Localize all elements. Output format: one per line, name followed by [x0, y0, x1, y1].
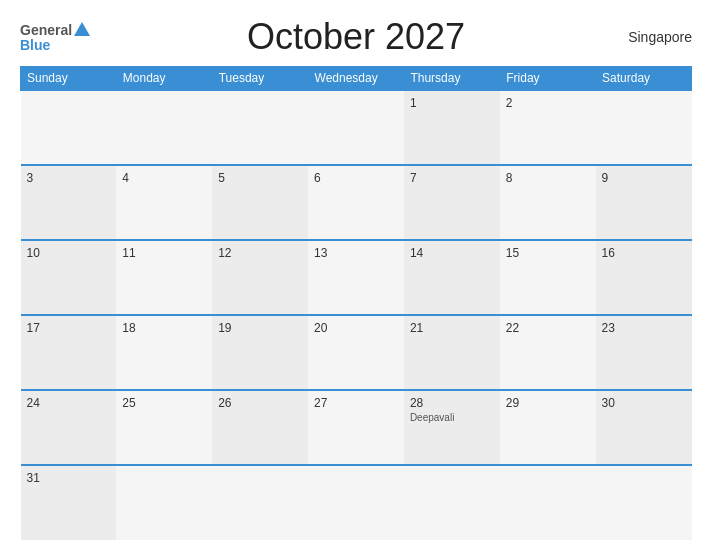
calendar-cell: 2	[500, 90, 596, 165]
calendar-cell: 5	[212, 165, 308, 240]
calendar-cell: 3	[21, 165, 117, 240]
calendar-cell	[21, 90, 117, 165]
calendar-cell: 13	[308, 240, 404, 315]
calendar-cell	[116, 90, 212, 165]
calendar-cell	[212, 465, 308, 540]
calendar-week-row: 3456789	[21, 165, 692, 240]
calendar-body: 1234567891011121314151617181920212223242…	[21, 90, 692, 540]
calendar-cell: 22	[500, 315, 596, 390]
calendar-cell: 26	[212, 390, 308, 465]
calendar-cell: 10	[21, 240, 117, 315]
calendar-week-row: 2425262728Deepavali2930	[21, 390, 692, 465]
calendar-cell: 20	[308, 315, 404, 390]
calendar-cell: 23	[596, 315, 692, 390]
calendar-cell: 30	[596, 390, 692, 465]
header-tuesday: Tuesday	[212, 67, 308, 91]
calendar-page: General Blue October 2027 Singapore Sund…	[0, 0, 712, 550]
calendar-cell: 21	[404, 315, 500, 390]
calendar-cell	[308, 465, 404, 540]
calendar-cell: 15	[500, 240, 596, 315]
calendar-cell: 27	[308, 390, 404, 465]
calendar-cell: 18	[116, 315, 212, 390]
calendar-cell	[308, 90, 404, 165]
calendar-week-row: 12	[21, 90, 692, 165]
header-sunday: Sunday	[21, 67, 117, 91]
calendar-cell	[212, 90, 308, 165]
header-friday: Friday	[500, 67, 596, 91]
calendar-week-row: 17181920212223	[21, 315, 692, 390]
calendar-cell: 12	[212, 240, 308, 315]
calendar-week-row: 31	[21, 465, 692, 540]
calendar-cell: 1	[404, 90, 500, 165]
calendar-cell: 24	[21, 390, 117, 465]
calendar-cell: 19	[212, 315, 308, 390]
calendar-cell	[116, 465, 212, 540]
calendar-table: Sunday Monday Tuesday Wednesday Thursday…	[20, 66, 692, 540]
calendar-header: Sunday Monday Tuesday Wednesday Thursday…	[21, 67, 692, 91]
calendar-cell: 29	[500, 390, 596, 465]
calendar-cell: 11	[116, 240, 212, 315]
calendar-cell	[596, 90, 692, 165]
calendar-cell: 31	[21, 465, 117, 540]
logo-general-text: General	[20, 23, 72, 37]
calendar-cell	[596, 465, 692, 540]
calendar-cell: 17	[21, 315, 117, 390]
header-saturday: Saturday	[596, 67, 692, 91]
region-label: Singapore	[622, 29, 692, 45]
calendar-cell: 16	[596, 240, 692, 315]
calendar-cell	[500, 465, 596, 540]
calendar-cell: 14	[404, 240, 500, 315]
logo-blue-text: Blue	[20, 38, 50, 52]
calendar-week-row: 10111213141516	[21, 240, 692, 315]
header-monday: Monday	[116, 67, 212, 91]
calendar-title-area: October 2027	[90, 16, 622, 58]
calendar-cell: 4	[116, 165, 212, 240]
calendar-cell: 6	[308, 165, 404, 240]
weekday-header-row: Sunday Monday Tuesday Wednesday Thursday…	[21, 67, 692, 91]
calendar-cell: 25	[116, 390, 212, 465]
header-wednesday: Wednesday	[308, 67, 404, 91]
logo: General Blue	[20, 22, 90, 52]
header-thursday: Thursday	[404, 67, 500, 91]
calendar-cell: 28Deepavali	[404, 390, 500, 465]
calendar-cell: 7	[404, 165, 500, 240]
calendar-cell: 9	[596, 165, 692, 240]
header: General Blue October 2027 Singapore	[20, 16, 692, 58]
calendar-cell	[404, 465, 500, 540]
logo-triangle-icon	[74, 22, 90, 36]
calendar-cell: 8	[500, 165, 596, 240]
calendar-title: October 2027	[247, 16, 465, 57]
